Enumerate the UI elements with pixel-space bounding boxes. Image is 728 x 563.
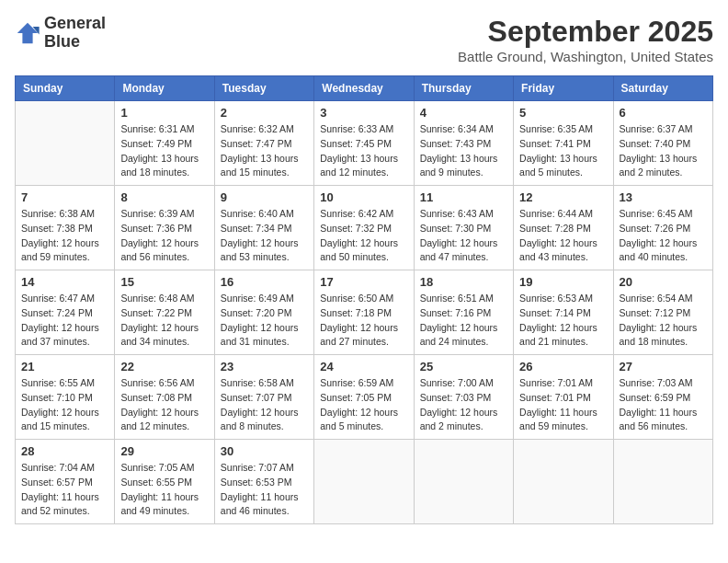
calendar-cell (514, 440, 613, 524)
day-number: 10 (320, 190, 407, 204)
day-number: 28 (21, 444, 108, 458)
calendar-cell: 16Sunrise: 6:49 AM Sunset: 7:20 PM Dayli… (214, 270, 313, 355)
calendar-cell: 29Sunrise: 7:05 AM Sunset: 6:55 PM Dayli… (115, 440, 214, 524)
calendar-header-row: SundayMondayTuesdayWednesdayThursdayFrid… (16, 76, 713, 101)
day-info: Sunrise: 6:38 AM Sunset: 7:38 PM Dayligh… (21, 207, 108, 265)
calendar-cell: 22Sunrise: 6:56 AM Sunset: 7:08 PM Dayli… (115, 355, 214, 440)
calendar-cell: 2Sunrise: 6:32 AM Sunset: 7:47 PM Daylig… (214, 101, 313, 186)
calendar-cell: 13Sunrise: 6:45 AM Sunset: 7:26 PM Dayli… (613, 186, 712, 270)
day-info: Sunrise: 6:40 AM Sunset: 7:34 PM Dayligh… (221, 207, 308, 265)
day-info: Sunrise: 6:55 AM Sunset: 7:10 PM Dayligh… (21, 376, 108, 434)
day-number: 15 (120, 275, 208, 289)
day-number: 5 (519, 106, 607, 120)
calendar-cell: 4Sunrise: 6:34 AM Sunset: 7:43 PM Daylig… (414, 101, 513, 186)
calendar-cell: 23Sunrise: 6:58 AM Sunset: 7:07 PM Dayli… (214, 355, 313, 440)
logo-icon (15, 20, 40, 46)
calendar-week-1: 1Sunrise: 6:31 AM Sunset: 7:49 PM Daylig… (16, 101, 713, 186)
month-title: September 2025 (458, 15, 713, 49)
calendar-week-2: 7Sunrise: 6:38 AM Sunset: 7:38 PM Daylig… (16, 186, 713, 270)
page-header: General Blue September 2025 Battle Groun… (15, 15, 713, 64)
day-info: Sunrise: 6:56 AM Sunset: 7:08 PM Dayligh… (120, 376, 208, 434)
day-number: 9 (221, 190, 308, 204)
calendar-cell: 21Sunrise: 6:55 AM Sunset: 7:10 PM Dayli… (16, 355, 115, 440)
calendar-cell (613, 440, 712, 524)
day-info: Sunrise: 6:34 AM Sunset: 7:43 PM Dayligh… (420, 122, 507, 180)
day-info: Sunrise: 6:51 AM Sunset: 7:16 PM Dayligh… (420, 292, 507, 350)
header-monday: Monday (115, 76, 214, 101)
day-info: Sunrise: 6:59 AM Sunset: 7:05 PM Dayligh… (320, 376, 407, 434)
svg-marker-0 (17, 23, 38, 43)
header-friday: Friday (514, 76, 613, 101)
calendar-cell: 25Sunrise: 7:00 AM Sunset: 7:03 PM Dayli… (414, 355, 513, 440)
day-number: 6 (620, 106, 707, 120)
day-number: 2 (221, 106, 308, 120)
day-number: 29 (120, 444, 208, 458)
calendar-cell: 14Sunrise: 6:47 AM Sunset: 7:24 PM Dayli… (16, 270, 115, 355)
day-number: 11 (420, 190, 507, 204)
day-number: 22 (120, 360, 208, 373)
day-number: 20 (620, 275, 707, 289)
calendar-cell (314, 440, 414, 524)
logo: General Blue (15, 15, 106, 52)
calendar-cell: 30Sunrise: 7:07 AM Sunset: 6:53 PM Dayli… (214, 440, 313, 524)
calendar-cell: 12Sunrise: 6:44 AM Sunset: 7:28 PM Dayli… (514, 186, 613, 270)
title-block: September 2025 Battle Ground, Washington… (458, 15, 713, 64)
calendar-cell: 19Sunrise: 6:53 AM Sunset: 7:14 PM Dayli… (514, 270, 613, 355)
calendar-cell: 5Sunrise: 6:35 AM Sunset: 7:41 PM Daylig… (514, 101, 613, 186)
calendar-cell: 27Sunrise: 7:03 AM Sunset: 6:59 PM Dayli… (613, 355, 712, 440)
day-info: Sunrise: 6:44 AM Sunset: 7:28 PM Dayligh… (519, 207, 607, 265)
day-info: Sunrise: 6:47 AM Sunset: 7:24 PM Dayligh… (21, 292, 108, 350)
day-number: 25 (420, 360, 507, 373)
header-tuesday: Tuesday (214, 76, 313, 101)
day-number: 30 (221, 444, 308, 458)
day-info: Sunrise: 6:42 AM Sunset: 7:32 PM Dayligh… (320, 207, 407, 265)
calendar-week-3: 14Sunrise: 6:47 AM Sunset: 7:24 PM Dayli… (16, 270, 713, 355)
day-number: 27 (620, 360, 707, 373)
day-info: Sunrise: 6:54 AM Sunset: 7:12 PM Dayligh… (620, 292, 707, 350)
calendar-table: SundayMondayTuesdayWednesdayThursdayFrid… (15, 75, 713, 524)
day-number: 13 (620, 190, 707, 204)
day-number: 18 (420, 275, 507, 289)
calendar-cell (414, 440, 513, 524)
day-info: Sunrise: 6:50 AM Sunset: 7:18 PM Dayligh… (320, 292, 407, 350)
calendar-cell: 9Sunrise: 6:40 AM Sunset: 7:34 PM Daylig… (214, 186, 313, 270)
day-number: 14 (21, 275, 108, 289)
calendar-cell: 17Sunrise: 6:50 AM Sunset: 7:18 PM Dayli… (314, 270, 414, 355)
calendar-cell: 6Sunrise: 6:37 AM Sunset: 7:40 PM Daylig… (613, 101, 712, 186)
day-info: Sunrise: 6:37 AM Sunset: 7:40 PM Dayligh… (620, 122, 707, 180)
logo-text: General Blue (44, 15, 106, 52)
day-info: Sunrise: 7:04 AM Sunset: 6:57 PM Dayligh… (21, 461, 108, 519)
day-info: Sunrise: 6:58 AM Sunset: 7:07 PM Dayligh… (221, 376, 308, 434)
day-number: 3 (320, 106, 407, 120)
day-info: Sunrise: 6:31 AM Sunset: 7:49 PM Dayligh… (120, 122, 208, 180)
day-info: Sunrise: 7:01 AM Sunset: 7:01 PM Dayligh… (519, 376, 607, 434)
day-info: Sunrise: 6:43 AM Sunset: 7:30 PM Dayligh… (420, 207, 507, 265)
day-number: 23 (221, 360, 308, 373)
calendar-cell: 8Sunrise: 6:39 AM Sunset: 7:36 PM Daylig… (115, 186, 214, 270)
day-number: 4 (420, 106, 507, 120)
day-info: Sunrise: 6:49 AM Sunset: 7:20 PM Dayligh… (221, 292, 308, 350)
day-info: Sunrise: 7:00 AM Sunset: 7:03 PM Dayligh… (420, 376, 507, 434)
calendar-cell: 26Sunrise: 7:01 AM Sunset: 7:01 PM Dayli… (514, 355, 613, 440)
header-wednesday: Wednesday (314, 76, 414, 101)
calendar-cell: 18Sunrise: 6:51 AM Sunset: 7:16 PM Dayli… (414, 270, 513, 355)
location: Battle Ground, Washington, United States (458, 49, 713, 64)
calendar-cell: 20Sunrise: 6:54 AM Sunset: 7:12 PM Dayli… (613, 270, 712, 355)
day-info: Sunrise: 6:33 AM Sunset: 7:45 PM Dayligh… (320, 122, 407, 180)
day-info: Sunrise: 6:35 AM Sunset: 7:41 PM Dayligh… (519, 122, 607, 180)
calendar-week-5: 28Sunrise: 7:04 AM Sunset: 6:57 PM Dayli… (16, 440, 713, 524)
day-number: 8 (120, 190, 208, 204)
calendar-cell: 3Sunrise: 6:33 AM Sunset: 7:45 PM Daylig… (314, 101, 414, 186)
calendar-week-4: 21Sunrise: 6:55 AM Sunset: 7:10 PM Dayli… (16, 355, 713, 440)
header-thursday: Thursday (414, 76, 513, 101)
calendar-cell: 15Sunrise: 6:48 AM Sunset: 7:22 PM Dayli… (115, 270, 214, 355)
day-number: 26 (519, 360, 607, 373)
day-info: Sunrise: 6:45 AM Sunset: 7:26 PM Dayligh… (620, 207, 707, 265)
day-number: 16 (221, 275, 308, 289)
day-info: Sunrise: 7:05 AM Sunset: 6:55 PM Dayligh… (120, 461, 208, 519)
day-number: 12 (519, 190, 607, 204)
header-sunday: Sunday (16, 76, 115, 101)
calendar-cell: 28Sunrise: 7:04 AM Sunset: 6:57 PM Dayli… (16, 440, 115, 524)
calendar-cell: 7Sunrise: 6:38 AM Sunset: 7:38 PM Daylig… (16, 186, 115, 270)
day-number: 17 (320, 275, 407, 289)
